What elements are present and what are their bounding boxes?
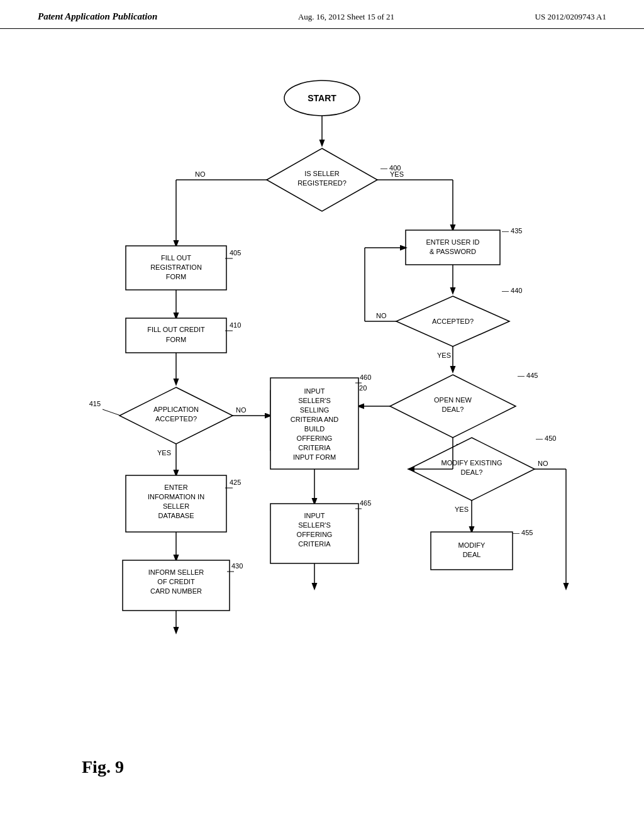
svg-text:YES: YES bbox=[437, 351, 451, 359]
svg-text:FORM: FORM bbox=[166, 273, 186, 280]
svg-text:CRITERIA: CRITERIA bbox=[298, 444, 331, 451]
svg-text:YES: YES bbox=[390, 170, 404, 178]
flowchart-svg: START IS SELLER REGISTERED? — 400 YES NO… bbox=[0, 29, 644, 796]
svg-text:INFORM SELLER: INFORM SELLER bbox=[148, 568, 204, 576]
page-header: Patent Application Publication Aug. 16, … bbox=[0, 0, 644, 29]
svg-text:425: 425 bbox=[230, 479, 241, 486]
svg-text:REGISTERED?: REGISTERED? bbox=[297, 179, 347, 187]
svg-text:REGISTRATION: REGISTRATION bbox=[150, 263, 202, 271]
svg-text:405: 405 bbox=[230, 249, 241, 257]
svg-text:MODIFY: MODIFY bbox=[458, 541, 486, 549]
svg-text:465: 465 bbox=[360, 499, 371, 507]
svg-text:INPUT FORM: INPUT FORM bbox=[293, 453, 336, 461]
svg-line-28 bbox=[103, 409, 121, 416]
svg-text:DEAL?: DEAL? bbox=[461, 468, 483, 476]
svg-text:START: START bbox=[308, 93, 336, 103]
header-title: Patent Application Publication bbox=[38, 11, 157, 22]
svg-text:DEAL: DEAL bbox=[463, 551, 481, 558]
svg-text:FILL OUT: FILL OUT bbox=[161, 254, 191, 262]
svg-text:415: 415 bbox=[89, 400, 101, 407]
svg-text:ENTER USER ID: ENTER USER ID bbox=[426, 238, 480, 246]
svg-text:FORM: FORM bbox=[166, 336, 186, 343]
svg-text:& PASSWORD: & PASSWORD bbox=[430, 248, 476, 255]
header-date: Aug. 16, 2012 Sheet 15 of 21 bbox=[298, 12, 394, 22]
svg-text:APPLICATION: APPLICATION bbox=[153, 406, 199, 413]
svg-text:— 455: — 455 bbox=[513, 529, 533, 536]
svg-text:YES: YES bbox=[157, 449, 171, 456]
svg-text:— 440: — 440 bbox=[502, 287, 522, 294]
svg-text:INPUT: INPUT bbox=[304, 512, 325, 519]
svg-text:NO: NO bbox=[538, 460, 548, 467]
header-patent: US 2012/0209743 A1 bbox=[535, 12, 606, 22]
svg-rect-49 bbox=[123, 560, 230, 611]
svg-text:ACCEPTED?: ACCEPTED? bbox=[155, 415, 197, 423]
figure-label: Fig. 9 bbox=[82, 757, 124, 777]
svg-text:NO: NO bbox=[236, 406, 247, 414]
svg-text:SELLER'S: SELLER'S bbox=[298, 521, 331, 529]
svg-text:— 435: — 435 bbox=[502, 227, 522, 235]
svg-text:OF CREDIT: OF CREDIT bbox=[157, 578, 195, 585]
svg-text:NO: NO bbox=[195, 170, 206, 178]
svg-text:CRITERIA AND: CRITERIA AND bbox=[291, 416, 338, 423]
svg-text:BUILD: BUILD bbox=[304, 425, 325, 433]
svg-text:DATABASE: DATABASE bbox=[158, 512, 194, 519]
svg-text:FILL OUT CREDIT: FILL OUT CREDIT bbox=[147, 326, 205, 333]
svg-text:410: 410 bbox=[230, 321, 241, 329]
svg-text:NO: NO bbox=[376, 312, 387, 319]
svg-text:YES: YES bbox=[455, 506, 469, 513]
svg-text:ACCEPTED?: ACCEPTED? bbox=[432, 318, 474, 325]
svg-text:INFORMATION IN: INFORMATION IN bbox=[148, 493, 204, 501]
svg-text:CRITERIA: CRITERIA bbox=[298, 540, 331, 548]
svg-text:CARD NUMBER: CARD NUMBER bbox=[150, 587, 202, 595]
svg-text:— 445: — 445 bbox=[518, 372, 538, 379]
svg-text:— 450: — 450 bbox=[536, 434, 556, 442]
svg-text:460: 460 bbox=[360, 374, 371, 381]
svg-text:DEAL?: DEAL? bbox=[442, 406, 464, 413]
svg-text:SELLER'S: SELLER'S bbox=[298, 397, 331, 404]
diagram-area: START IS SELLER REGISTERED? — 400 YES NO… bbox=[0, 29, 644, 796]
svg-text:OFFERING: OFFERING bbox=[297, 531, 333, 538]
svg-text:SELLER: SELLER bbox=[163, 502, 189, 510]
svg-text:IS SELLER: IS SELLER bbox=[304, 170, 340, 177]
svg-text:430: 430 bbox=[231, 562, 243, 570]
svg-text:MODIFY EXISTING: MODIFY EXISTING bbox=[441, 459, 502, 467]
svg-text:ENTER: ENTER bbox=[164, 484, 187, 491]
svg-text:OPEN NEW: OPEN NEW bbox=[434, 396, 472, 404]
svg-text:SELLING: SELLING bbox=[300, 406, 329, 414]
svg-text:OFFERING: OFFERING bbox=[297, 434, 333, 442]
svg-text:INPUT: INPUT bbox=[304, 387, 325, 395]
